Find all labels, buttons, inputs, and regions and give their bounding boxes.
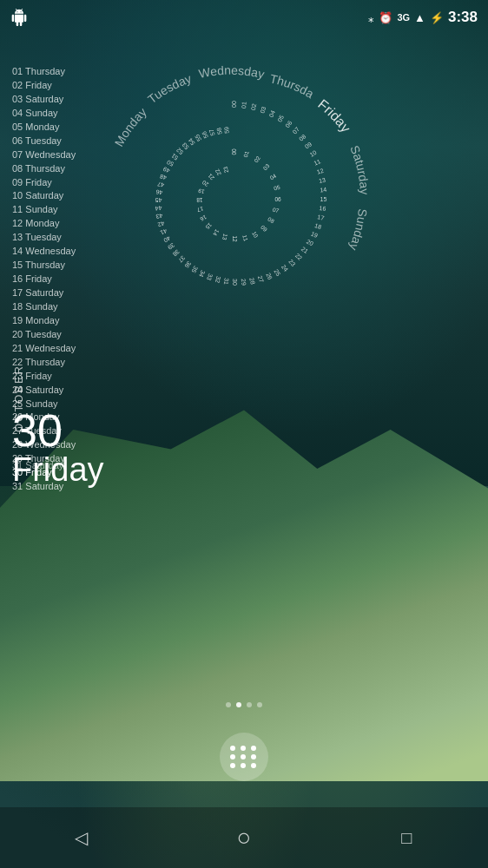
svg-text:33: 33 (206, 273, 214, 281)
svg-text:20: 20 (306, 238, 314, 247)
calendar-day-item: 21 Wednesday (12, 342, 76, 356)
svg-text:17: 17 (317, 214, 325, 220)
grid-dot (251, 746, 256, 751)
svg-text:Tuesday: Tuesday (145, 71, 193, 106)
page-dot-2 (236, 702, 241, 707)
svg-text:17: 17 (196, 206, 204, 214)
calendar-day-item: 15 Thursday (12, 259, 76, 273)
svg-text:18: 18 (196, 197, 203, 203)
svg-text:14: 14 (212, 228, 221, 237)
svg-text:10: 10 (251, 230, 260, 239)
svg-text:40: 40 (162, 235, 171, 244)
clock-time: 3:38 (448, 9, 478, 26)
svg-text:09: 09 (304, 141, 313, 149)
svg-text:15: 15 (320, 196, 327, 202)
svg-text:00: 00 (231, 148, 237, 155)
svg-text:07: 07 (292, 126, 300, 135)
signal-icon: ▲ (414, 11, 425, 24)
android-icon (10, 9, 28, 26)
grid-dot (241, 763, 246, 768)
page-indicators (226, 702, 262, 707)
svg-text:06: 06 (284, 120, 293, 129)
calendar-day-item: 07 Wednesday (12, 148, 76, 162)
svg-text:06: 06 (274, 196, 281, 202)
svg-text:18: 18 (313, 222, 322, 230)
last-day-item: 31 Saturday (12, 460, 63, 470)
svg-text:05: 05 (276, 114, 285, 122)
app-drawer-button[interactable] (220, 733, 268, 781)
svg-text:01: 01 (241, 102, 247, 109)
svg-text:19: 19 (310, 230, 319, 239)
svg-text:05: 05 (273, 184, 280, 192)
svg-text:26: 26 (265, 272, 274, 280)
svg-text:04: 04 (268, 172, 277, 181)
svg-text:23: 23 (287, 259, 296, 268)
calendar-day-item: 19 Monday (12, 314, 76, 328)
svg-text:13: 13 (221, 233, 229, 240)
svg-text:47: 47 (157, 181, 165, 187)
svg-text:16: 16 (199, 214, 208, 223)
svg-text:45: 45 (155, 197, 162, 203)
calendar-day-item: 06 Tuesday (12, 135, 76, 148)
page-dot-1 (226, 702, 231, 707)
svg-text:11: 11 (241, 234, 249, 242)
svg-text:43: 43 (155, 213, 163, 220)
calendar-day-item: 18 Sunday (12, 300, 76, 314)
svg-text:27: 27 (257, 275, 265, 284)
dot-grid-icon (230, 746, 258, 768)
spiral-clock: .spiral-text { font-size: 7px; fill: rgb… (87, 52, 382, 347)
back-button[interactable]: ◁ (64, 820, 99, 855)
calendar-day-item: 12 Monday (12, 217, 76, 231)
svg-text:Saturday: Saturday (347, 143, 372, 194)
current-day-number: 30 (12, 408, 104, 453)
current-date-display: 30 Friday (12, 408, 104, 486)
svg-text:20: 20 (201, 179, 209, 187)
svg-text:Wednesday: Wednesday (197, 63, 266, 82)
grid-dot (251, 763, 256, 768)
page-dot-3 (247, 702, 252, 707)
navigation-bar: ◁ ○ □ (0, 807, 488, 868)
calendar-day-item: 14 Wednesday (12, 245, 76, 259)
svg-text:32: 32 (214, 276, 221, 284)
grid-dot (230, 754, 235, 760)
svg-text:10: 10 (308, 149, 317, 158)
svg-text:22: 22 (214, 168, 222, 176)
status-bar: ⁎ ⏰ 3G ▲ ⚡ 3:38 (0, 0, 488, 35)
calendar-day-item: 13 Tuesday (12, 231, 76, 245)
battery-icon: ⚡ (430, 11, 444, 24)
calendar-day-item: 17 Saturday (12, 286, 76, 300)
svg-text:35: 35 (190, 265, 199, 273)
calendar-day-item: 08 Thursday (12, 162, 76, 176)
svg-text:11: 11 (313, 158, 321, 167)
calendar-day-item: 09 Friday (12, 176, 76, 190)
svg-text:34: 34 (198, 269, 207, 278)
svg-text:03: 03 (262, 162, 271, 171)
calendar-day-item: 11 Sunday (12, 203, 76, 217)
svg-text:39: 39 (167, 242, 176, 251)
svg-text:23: 23 (222, 166, 230, 174)
svg-text:59: 59 (223, 127, 230, 135)
recent-apps-button[interactable]: □ (389, 820, 424, 855)
svg-text:22: 22 (294, 253, 304, 261)
svg-text:01: 01 (242, 150, 250, 158)
svg-text:15: 15 (204, 222, 213, 231)
calendar-day-item: 20 Tuesday (12, 328, 76, 342)
svg-text:03: 03 (259, 106, 267, 115)
svg-text:19: 19 (197, 187, 205, 195)
home-button[interactable]: ○ (227, 820, 261, 855)
calendar-day-item: 03 Saturday (12, 93, 76, 107)
svg-text:00: 00 (231, 101, 237, 108)
svg-text:21: 21 (207, 173, 215, 181)
svg-text:08: 08 (267, 216, 275, 225)
svg-text:28: 28 (248, 277, 255, 285)
grid-dot (241, 746, 246, 751)
svg-text:14: 14 (320, 187, 327, 194)
calendar-day-item: 10 Saturday (12, 189, 76, 203)
svg-text:58: 58 (215, 127, 222, 135)
svg-text:31: 31 (223, 278, 230, 286)
svg-text:08: 08 (298, 133, 307, 141)
grid-dot (251, 754, 256, 760)
status-left (10, 9, 28, 26)
svg-text:13: 13 (319, 177, 326, 184)
svg-text:42: 42 (157, 220, 166, 228)
